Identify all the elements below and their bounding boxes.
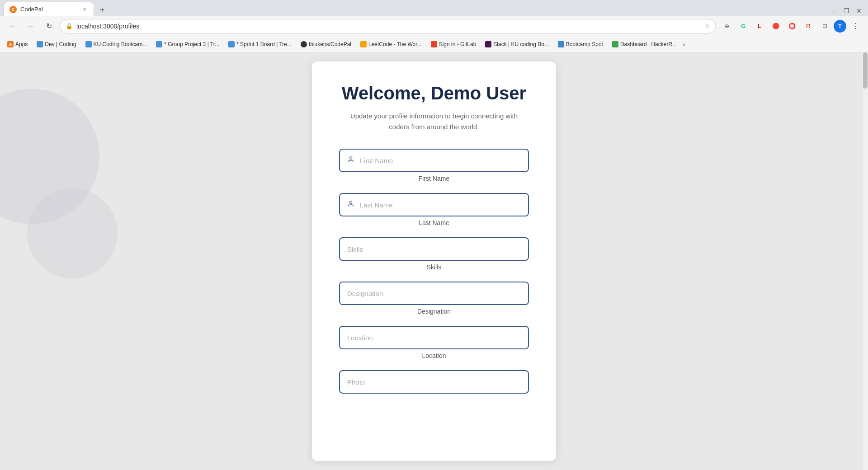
bg-circle-large — [0, 89, 99, 224]
back-button[interactable]: ← — [5, 19, 20, 33]
bookmarks-bar: A Apps Dev | Coding KU Coding Bootcam...… — [0, 36, 868, 52]
apps-bookmark-icon: A — [7, 41, 14, 47]
bookmark-bootcamp-spot-label: Bootcamp Spot — [566, 41, 603, 47]
group-project-bookmark-icon — [156, 41, 162, 47]
tab-bar: C CodePal × + ─ ❐ ✕ — [0, 0, 868, 16]
page-subtitle: Update your profile information to begin… — [339, 111, 529, 132]
bookmark-apps[interactable]: A Apps — [4, 39, 31, 49]
nav-icons: ⊕ G L 🔴 ⭕ R ⊡ T ⋮ — [720, 19, 863, 33]
extension-icon-1[interactable]: 🔴 — [769, 19, 783, 33]
bookmark-gitlab[interactable]: Sign in - GitLab — [427, 39, 480, 49]
extension-icon-2[interactable]: ⭕ — [785, 19, 799, 33]
last-name-group: Last Name — [339, 193, 529, 226]
bookmark-gitlab-label: Sign in - GitLab — [439, 41, 476, 47]
browser-frame: C CodePal × + ─ ❐ ✕ ← → ↻ 🔒 localhost:30… — [0, 0, 868, 470]
bookmark-ku-coding[interactable]: KU Coding Bootcam... — [82, 39, 151, 49]
bookmark-group-project-label: * Group Project 3 | Tr... — [164, 41, 219, 47]
profile-button[interactable]: T — [834, 20, 846, 33]
photo-input[interactable] — [347, 378, 521, 386]
bookmark-apps-label: Apps — [15, 41, 28, 47]
bootcamp-spot-bookmark-icon — [558, 41, 564, 47]
first-name-input-wrapper — [339, 149, 529, 172]
new-tab-button[interactable]: + — [96, 4, 108, 16]
extensions-area[interactable]: ⊕ — [720, 19, 734, 33]
window-controls: ─ ❐ ✕ — [828, 5, 864, 16]
skills-input-wrapper — [339, 237, 529, 261]
dev-coding-bookmark-icon — [37, 41, 43, 47]
location-group: Location — [339, 326, 529, 359]
designation-label: Designation — [339, 308, 529, 315]
nav-bar: ← → ↻ 🔒 localhost:3000/profiles ☆ ⊕ G L … — [0, 16, 868, 36]
bookmark-dev-coding-label: Dev | Coding — [45, 41, 76, 47]
bookmark-slack[interactable]: Slack | KU coding Bo... — [481, 39, 552, 49]
skills-group: Skills — [339, 237, 529, 271]
bookmarks-overflow-icon[interactable]: » — [682, 41, 686, 48]
last-name-input[interactable] — [360, 201, 521, 209]
page-content: Welcome, Demo User Update your profile i… — [0, 52, 868, 470]
last-name-input-wrapper — [339, 193, 529, 216]
codepal-bookmark-icon — [301, 41, 307, 47]
minimize-button[interactable]: ─ — [828, 5, 839, 16]
location-input[interactable] — [347, 334, 521, 342]
svg-point-1 — [349, 201, 352, 203]
bookmark-slack-label: Slack | KU coding Bo... — [493, 41, 549, 47]
lock-icon: 🔒 — [66, 23, 73, 29]
bookmark-star-icon[interactable]: ☆ — [704, 23, 710, 30]
address-bar[interactable]: 🔒 localhost:3000/profiles ☆ — [60, 19, 716, 33]
last-name-label: Last Name — [339, 219, 529, 226]
photo-input-wrapper — [339, 370, 529, 394]
photo-group — [339, 370, 529, 394]
lastpass-icon[interactable]: L — [752, 19, 767, 33]
close-button[interactable]: ✕ — [854, 5, 864, 16]
reload-button[interactable]: ↻ — [42, 19, 56, 33]
background-decoration — [0, 52, 181, 470]
scrollbar[interactable] — [863, 52, 868, 470]
gitlab-bookmark-icon — [431, 41, 437, 47]
bookmark-group-project[interactable]: * Group Project 3 | Tr... — [152, 39, 223, 49]
first-name-label: First Name — [339, 175, 529, 182]
tab-favicon: C — [9, 6, 17, 13]
ku-coding-bookmark-icon — [85, 41, 92, 47]
leetcode-bookmark-icon — [360, 41, 367, 47]
profile-form-card: Welcome, Demo User Update your profile i… — [312, 61, 556, 461]
bookmark-leetcode-label: LeetCode - The Wor... — [368, 41, 422, 47]
more-menu-button[interactable]: ⋮ — [848, 19, 863, 33]
tab-close-button[interactable]: × — [81, 6, 88, 13]
skills-input[interactable] — [347, 245, 521, 253]
slack-bookmark-icon — [485, 41, 491, 47]
active-tab[interactable]: C CodePal × — [4, 2, 94, 16]
designation-input[interactable] — [347, 290, 521, 297]
url-text: localhost:3000/profiles — [76, 23, 701, 30]
bookmark-codepal[interactable]: tblukens/CodePal — [297, 39, 355, 49]
location-label: Location — [339, 352, 529, 359]
forward-button[interactable]: → — [24, 19, 38, 33]
designation-input-wrapper — [339, 282, 529, 305]
location-input-wrapper — [339, 326, 529, 349]
svg-point-0 — [349, 157, 352, 159]
extension-icon-4[interactable]: ⊡ — [817, 19, 832, 33]
restore-button[interactable]: ❐ — [841, 5, 852, 16]
bookmark-hackerrank[interactable]: Dashboard | HackerR... — [609, 39, 680, 49]
skills-label: Skills — [339, 263, 529, 271]
page-title: Welcome, Demo User — [339, 83, 529, 103]
bookmark-dev-coding[interactable]: Dev | Coding — [33, 39, 80, 49]
designation-group: Designation — [339, 282, 529, 315]
hackerrank-bookmark-icon — [612, 41, 618, 47]
bg-circle-small — [27, 188, 118, 278]
sprint-bookmark-icon — [228, 41, 235, 47]
first-name-group: First Name — [339, 149, 529, 182]
first-name-user-icon — [347, 156, 354, 165]
bookmark-codepal-label: tblukens/CodePal — [309, 41, 351, 47]
scrollbar-thumb[interactable] — [863, 52, 868, 89]
bookmark-leetcode[interactable]: LeetCode - The Wor... — [357, 39, 425, 49]
bookmark-sprint[interactable]: * Sprint 1 Board | Tre... — [225, 39, 295, 49]
grammarly-icon[interactable]: G — [736, 19, 750, 33]
extension-icon-3[interactable]: R — [801, 19, 816, 33]
bookmark-bootcamp-spot[interactable]: Bootcamp Spot — [554, 39, 607, 49]
first-name-input[interactable] — [360, 157, 521, 164]
bookmark-sprint-label: * Sprint 1 Board | Tre... — [236, 41, 292, 47]
tab-title: CodePal — [20, 6, 77, 13]
bookmark-hackerrank-label: Dashboard | HackerR... — [620, 41, 677, 47]
last-name-user-icon — [347, 200, 354, 209]
bookmark-ku-coding-label: KU Coding Bootcam... — [94, 41, 147, 47]
